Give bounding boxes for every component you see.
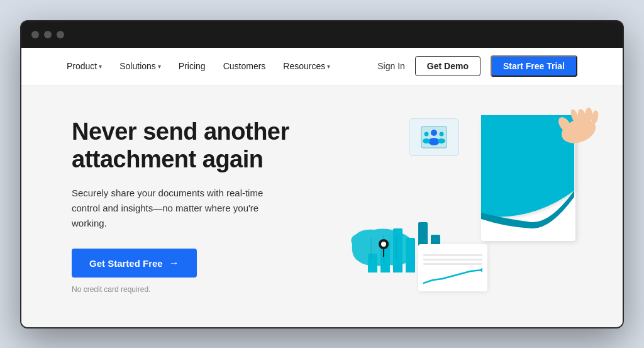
nav-product[interactable]: Product ▾ <box>67 61 102 71</box>
usa-map-svg <box>346 222 421 279</box>
cta-label: Get Started Free <box>89 258 163 269</box>
svg-point-13 <box>585 108 592 123</box>
nav-pricing-label: Pricing <box>179 61 206 71</box>
chevron-down-icon: ▾ <box>327 63 330 70</box>
no-credit-card-label: No credit card required. <box>72 285 323 294</box>
browser-chrome <box>21 21 623 48</box>
hero-illustration <box>333 106 597 307</box>
get-demo-button[interactable]: Get Demo <box>415 56 480 76</box>
start-free-trial-button[interactable]: Start Free Trial <box>491 55 577 77</box>
nav-links: Product ▾ Solutions ▾ Pricing Customers <box>67 61 357 71</box>
svg-point-6 <box>438 138 445 143</box>
nav-resources[interactable]: Resources ▾ <box>283 61 330 71</box>
traffic-light-close <box>31 31 39 38</box>
traffic-light-minimize <box>44 31 52 38</box>
svg-point-1 <box>431 130 437 136</box>
nav-solutions-label: Solutions <box>119 61 156 71</box>
nav-solutions[interactable]: Solutions ▾ <box>119 61 161 71</box>
nav-pricing[interactable]: Pricing <box>179 61 206 71</box>
nav-product-label: Product <box>67 61 97 71</box>
traffic-light-maximize <box>57 31 64 38</box>
hero-section: Never send another attachment again Secu… <box>21 86 623 327</box>
nav-resources-label: Resources <box>283 61 325 71</box>
hero-subtitle: Securely share your documents with real-… <box>72 186 273 231</box>
browser-content: Product ▾ Solutions ▾ Pricing Customers <box>21 48 623 327</box>
users-card <box>409 118 459 156</box>
hand-svg <box>547 103 604 147</box>
chevron-down-icon: ▾ <box>158 63 161 70</box>
users-icon <box>420 125 448 149</box>
chart-bg-line <box>423 254 482 256</box>
hero-text: Never send another attachment again Secu… <box>72 118 323 294</box>
document-card <box>481 112 591 244</box>
get-started-free-button[interactable]: Get Started Free → <box>72 249 197 278</box>
svg-point-8 <box>381 242 386 247</box>
browser-window: Product ▾ Solutions ▾ Pricing Customers <box>20 20 624 328</box>
arrow-icon: → <box>169 257 179 269</box>
nav-customers-label: Customers <box>223 61 266 71</box>
sign-in-link[interactable]: Sign In <box>377 61 405 71</box>
map-card <box>346 222 421 279</box>
nav-inner: Product ▾ Solutions ▾ Pricing Customers <box>52 55 592 77</box>
chart-bg-lines <box>423 254 482 265</box>
chevron-down-icon: ▾ <box>99 63 102 70</box>
svg-point-3 <box>425 132 429 136</box>
nav-actions: Sign In Get Demo Start Free Trial <box>377 55 577 77</box>
svg-point-4 <box>423 138 430 143</box>
hero-title: Never send another attachment again <box>72 118 323 173</box>
navbar: Product ▾ Solutions ▾ Pricing Customers <box>21 48 623 86</box>
nav-customers[interactable]: Customers <box>223 61 266 71</box>
chart-bg-line <box>423 259 482 261</box>
chart-bg-line <box>423 263 482 265</box>
svg-point-16 <box>480 268 482 272</box>
line-chart-card <box>418 244 487 291</box>
svg-point-5 <box>440 132 444 136</box>
line-chart-svg <box>423 267 482 286</box>
